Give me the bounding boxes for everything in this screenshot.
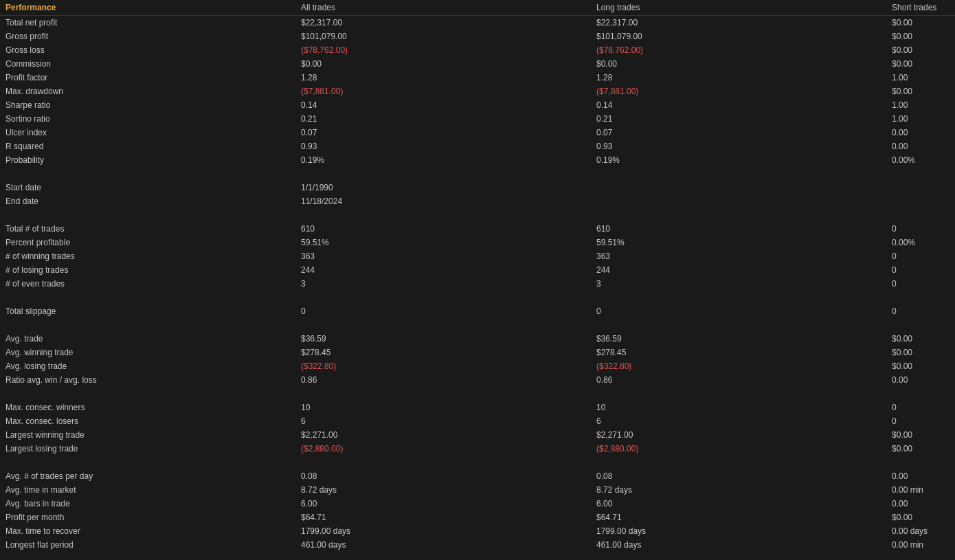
row-short-value: $0.00 <box>886 57 955 71</box>
col-header-all-trades: All trades <box>295 0 591 16</box>
table-row: Avg. time in market8.72 days8.72 days0.0… <box>0 483 955 497</box>
row-label: Percent profitable <box>0 236 295 249</box>
spacer-row <box>0 456 955 469</box>
row-label: Max. time to recover <box>0 524 295 538</box>
row-all-value: 10 <box>295 401 591 414</box>
row-short-value: 1.00 <box>886 71 955 85</box>
row-long-value: 6.00 <box>591 497 886 511</box>
row-long-value: 0.21 <box>591 112 886 126</box>
row-short-value: $0.00 <box>886 16 955 30</box>
row-label: Largest losing trade <box>0 442 295 456</box>
row-label: Avg. losing trade <box>0 359 295 373</box>
row-long-value: $36.59 <box>591 332 886 346</box>
row-all-value: 610 <box>295 222 591 236</box>
spacer-row <box>0 318 955 332</box>
row-all-value: $36.59 <box>295 332 591 346</box>
row-long-value: $2,271.00 <box>591 428 886 442</box>
row-long-value <box>591 194 886 208</box>
row-long-value: 0.86 <box>591 373 886 387</box>
row-all-value: 244 <box>295 263 591 277</box>
row-short-value: 0 <box>886 249 955 263</box>
row-long-value: $0.00 <box>591 57 886 71</box>
row-all-value: 363 <box>295 249 591 263</box>
row-long-value: ($322.80) <box>591 359 886 373</box>
row-long-value: $101,079.00 <box>591 30 886 43</box>
table-row: Total net profit$22,317.00$22,317.00$0.0… <box>0 16 955 30</box>
row-short-value: 1.00 <box>886 112 955 126</box>
row-short-value <box>886 181 955 194</box>
row-short-value: $0.00 <box>886 43 955 57</box>
spacer-row <box>0 387 955 401</box>
table-row: Gross profit$101,079.00$101,079.00$0.00 <box>0 30 955 43</box>
performance-table: Performance All trades Long trades Short… <box>0 0 955 560</box>
row-all-value: 6.00 <box>295 497 591 511</box>
row-long-value: 610 <box>591 222 886 236</box>
row-long-value: 0.14 <box>591 98 886 112</box>
row-short-value: 0 <box>886 263 955 277</box>
row-short-value: 0 <box>886 222 955 236</box>
table-row: Largest winning trade$2,271.00$2,271.00$… <box>0 428 955 442</box>
row-short-value: 0.00% <box>886 236 955 249</box>
row-label: Avg. bars in trade <box>0 497 295 511</box>
table-row: Max. drawdown($7,881.00)($7,881.00)$0.00 <box>0 85 955 98</box>
row-all-value: 0.93 <box>295 139 591 153</box>
row-all-value: $2,271.00 <box>295 428 591 442</box>
row-short-value: $0.00 <box>886 332 955 346</box>
row-long-value: 0 <box>591 304 886 318</box>
table-row: Start date1/1/1990 <box>0 181 955 194</box>
row-all-value: 0.86 <box>295 373 591 387</box>
table-row: Avg. # of trades per day0.080.080.00 <box>0 469 955 483</box>
row-long-value: 1799.00 days <box>591 524 886 538</box>
row-label: Sharpe ratio <box>0 98 295 112</box>
row-short-value: 0.00 min <box>886 483 955 497</box>
row-long-value: $22,317.00 <box>591 16 886 30</box>
row-all-value: 6 <box>295 414 591 428</box>
row-long-value: $64.71 <box>591 511 886 524</box>
row-label: Gross profit <box>0 30 295 43</box>
row-all-value: ($322.80) <box>295 359 591 373</box>
row-label: Profit factor <box>0 71 295 85</box>
col-header-performance: Performance <box>0 0 295 16</box>
row-label: Avg. time in market <box>0 483 295 497</box>
table-row: Max. time to recover1799.00 days1799.00 … <box>0 524 955 538</box>
row-label: End date <box>0 194 295 208</box>
row-all-value: $64.71 <box>295 511 591 524</box>
row-short-value: $0.00 <box>886 511 955 524</box>
row-label: R squared <box>0 139 295 153</box>
row-label: # of even trades <box>0 277 295 291</box>
row-all-value: $101,079.00 <box>295 30 591 43</box>
table-row: Max. consec. winners10100 <box>0 401 955 414</box>
row-label: Total # of trades <box>0 222 295 236</box>
row-label: Max. drawdown <box>0 85 295 98</box>
spacer-row <box>0 291 955 304</box>
table-row: Longest flat period461.00 days461.00 day… <box>0 538 955 552</box>
row-short-value: 0.00 <box>886 126 955 139</box>
table-row: Largest losing trade($2,880.00)($2,880.0… <box>0 442 955 456</box>
row-short-value: 0 <box>886 401 955 414</box>
row-long-value: 0.08 <box>591 469 886 483</box>
row-all-value: $0.00 <box>295 57 591 71</box>
row-all-value: 0.21 <box>295 112 591 126</box>
row-long-value <box>591 181 886 194</box>
row-label: Sortino ratio <box>0 112 295 126</box>
row-all-value: 1799.00 days <box>295 524 591 538</box>
row-all-value: 11/18/2024 <box>295 194 591 208</box>
row-all-value: 8.72 days <box>295 483 591 497</box>
row-all-value: ($2,880.00) <box>295 442 591 456</box>
row-long-value: ($7,881.00) <box>591 85 886 98</box>
row-label: Total net profit <box>0 16 295 30</box>
row-long-value: 0.93 <box>591 139 886 153</box>
row-label: Max. consec. winners <box>0 401 295 414</box>
row-short-value: 0.00% <box>886 153 955 167</box>
row-long-value: 8.72 days <box>591 483 886 497</box>
table-row: End date11/18/2024 <box>0 194 955 208</box>
row-label: # of winning trades <box>0 249 295 263</box>
table-row: Avg. winning trade$278.45$278.45$0.00 <box>0 346 955 359</box>
row-long-value: 244 <box>591 263 886 277</box>
col-header-long-trades: Long trades <box>591 0 886 16</box>
row-short-value <box>886 194 955 208</box>
table-row: Total # of trades6106100 <box>0 222 955 236</box>
spacer-row <box>0 552 955 560</box>
row-label: Ulcer index <box>0 126 295 139</box>
table-row: Max. consec. losers660 <box>0 414 955 428</box>
